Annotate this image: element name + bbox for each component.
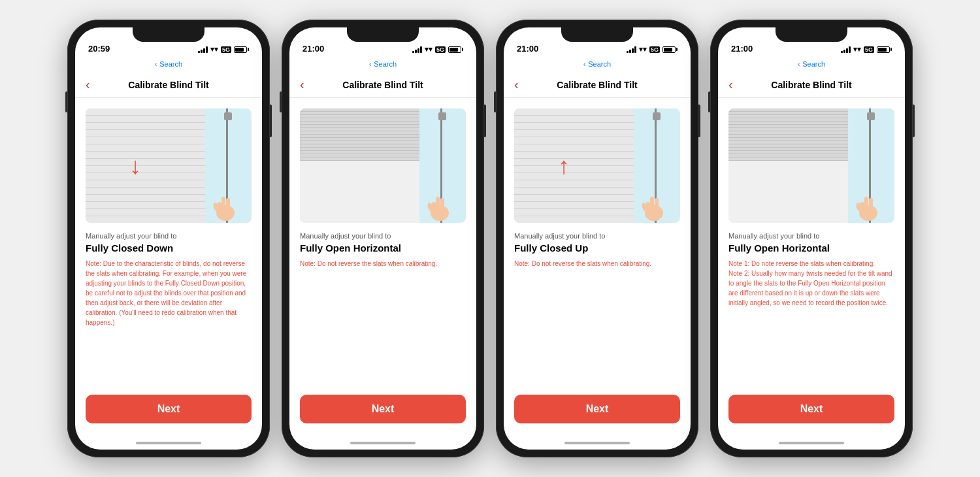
- nav-title: Calibrate Blind Tilt: [771, 80, 851, 90]
- status-time: 21:00: [302, 44, 324, 54]
- blind-illustration: [728, 108, 894, 223]
- cord-connector: [867, 112, 875, 120]
- next-btn-area: Next: [289, 387, 476, 436]
- wifi-icon: ▾▾: [210, 45, 218, 54]
- status-icons: ▾▾ 5G: [627, 45, 678, 54]
- signal-bars-icon: [412, 46, 422, 53]
- nav-bar: ‹ Calibrate Blind Tilt: [504, 72, 691, 98]
- phone-wrapper-1: 20:59 ▾▾ 5G ‹: [67, 20, 270, 457]
- cord-connector: [438, 112, 446, 120]
- 5g-badge: 5G: [649, 46, 660, 53]
- 5g-badge: 5G: [435, 46, 446, 53]
- nav-bar: ‹ Calibrate Blind Tilt: [289, 72, 476, 98]
- instruction-title: Fully Open Horizontal: [728, 242, 894, 254]
- next-button[interactable]: Next: [86, 395, 252, 423]
- wifi-icon: ▾▾: [853, 45, 861, 54]
- home-bar: [779, 442, 844, 444]
- next-button[interactable]: Next: [300, 395, 466, 423]
- battery-icon: [662, 46, 678, 53]
- instruction-note: Note: Due to the characteristic of blind…: [86, 259, 252, 327]
- arrow-up-icon: ↑: [558, 154, 570, 178]
- 5g-badge: 5G: [221, 46, 231, 53]
- home-bar: [136, 442, 201, 444]
- home-indicator: [504, 436, 691, 450]
- next-btn-area: Next: [75, 387, 262, 436]
- nav-back-button[interactable]: ‹: [514, 77, 519, 92]
- nav-back-button[interactable]: ‹: [86, 77, 90, 92]
- phone-wrapper-3: 21:00 ▾▾ 5G ‹: [496, 20, 698, 457]
- home-bar: [564, 442, 630, 444]
- notch: [561, 27, 633, 42]
- svg-rect-1: [221, 197, 225, 215]
- phone-wrapper-4: 21:00 ▾▾ 5G ‹: [710, 20, 913, 457]
- phone-screen: 21:00 ▾▾ 5G ‹: [504, 27, 691, 450]
- nav-back-button[interactable]: ‹: [300, 77, 304, 92]
- hand-area: [641, 184, 667, 223]
- screen-content: Manually adjust your blind to Fully Open…: [289, 98, 476, 387]
- phone-4: 21:00 ▾▾ 5G ‹: [710, 20, 913, 457]
- instruction-label: Manually adjust your blind to: [86, 232, 252, 240]
- status-icons: ▾▾ 5G: [198, 45, 249, 54]
- screen-content: ↑ Manually adjust your blind t: [504, 98, 691, 387]
- search-bar[interactable]: ‹ Search: [504, 56, 691, 72]
- blind-slats: [300, 108, 419, 223]
- svg-rect-17: [869, 198, 873, 215]
- search-chevron-icon: ‹: [155, 61, 157, 68]
- next-btn-area: Next: [504, 387, 691, 436]
- battery-icon: [448, 46, 463, 53]
- arrow-down-icon: ↓: [129, 154, 141, 178]
- instruction-title: Fully Open Horizontal: [300, 242, 466, 254]
- search-bar[interactable]: ‹ Search: [289, 56, 476, 72]
- nav-title: Calibrate Blind Tilt: [557, 80, 637, 90]
- signal-bars-icon: [841, 46, 851, 53]
- nav-title: Calibrate Blind Tilt: [342, 80, 423, 90]
- search-label: Search: [159, 60, 182, 68]
- hand-area: [855, 184, 881, 223]
- search-bar[interactable]: ‹ Search: [718, 56, 905, 72]
- status-icons: ▾▾ 5G: [841, 45, 892, 54]
- search-chevron-icon: ‹: [369, 61, 371, 68]
- nav-title: Calibrate Blind Tilt: [128, 80, 208, 90]
- next-btn-area: Next: [718, 387, 905, 436]
- next-button[interactable]: Next: [514, 395, 680, 423]
- hand-area: [427, 184, 453, 223]
- phone-1: 20:59 ▾▾ 5G ‹: [67, 20, 270, 457]
- blind-slats: [728, 108, 848, 223]
- instruction-note: Note: Do not reverse the slats when cali…: [300, 259, 466, 269]
- hand-area: [212, 184, 238, 223]
- blind-slats: [514, 108, 634, 223]
- notch: [133, 27, 204, 42]
- search-bar[interactable]: ‹ Search: [75, 56, 262, 72]
- cord-connector: [653, 112, 661, 120]
- status-time: 20:59: [88, 44, 110, 54]
- screen-content: Manually adjust your blind to Fully Open…: [718, 98, 905, 387]
- screen-content: ↓ Manually adjust your blind t: [75, 98, 262, 387]
- phone-wrapper-2: 21:00 ▾▾ 5G ‹: [282, 20, 484, 457]
- search-chevron-icon: ‹: [583, 61, 585, 68]
- search-label: Search: [588, 60, 611, 68]
- notch: [347, 27, 419, 42]
- cord-connector: [224, 112, 232, 120]
- phone-screen: 20:59 ▾▾ 5G ‹: [75, 27, 262, 450]
- svg-rect-7: [440, 198, 444, 215]
- home-indicator: [718, 436, 905, 450]
- instruction-title: Fully Closed Down: [86, 242, 252, 254]
- nav-bar: ‹ Calibrate Blind Tilt: [718, 72, 905, 98]
- phone-3: 21:00 ▾▾ 5G ‹: [496, 20, 698, 457]
- wifi-icon: ▾▾: [639, 45, 647, 54]
- instruction-label: Manually adjust your blind to: [514, 232, 680, 240]
- instruction-note: Note 1: Do note reverse the slats when c…: [728, 259, 894, 308]
- svg-rect-6: [436, 197, 440, 215]
- instruction-label: Manually adjust your blind to: [728, 232, 894, 240]
- search-label: Search: [374, 60, 397, 68]
- search-label: Search: [802, 60, 825, 68]
- phone-screen: 21:00 ▾▾ 5G ‹: [718, 27, 905, 450]
- status-icons: ▾▾ 5G: [412, 45, 463, 54]
- battery-icon: [234, 46, 249, 53]
- next-button[interactable]: Next: [728, 395, 894, 423]
- signal-bars-icon: [198, 46, 208, 53]
- blind-illustration: ↑: [514, 108, 680, 223]
- nav-back-button[interactable]: ‹: [728, 77, 733, 92]
- blind-slats: [86, 108, 205, 223]
- instruction-label: Manually adjust your blind to: [300, 232, 466, 240]
